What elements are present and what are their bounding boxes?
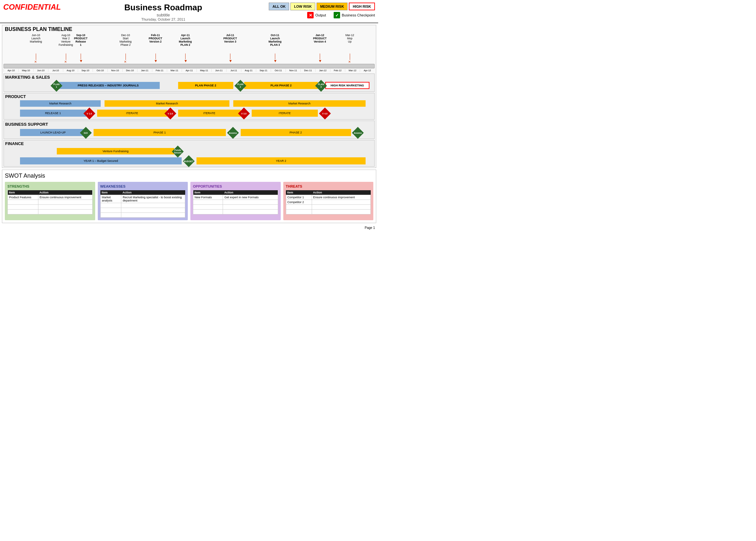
table-row xyxy=(286,210,371,215)
press-releases-bar: PRESS RELEASES – INDUSTRY JOURNALS xyxy=(57,82,160,89)
product-row2: RELEASE 1 V 1.0 ITERATE V 2.0 ITERATE V … xyxy=(5,109,373,118)
v40-diamond: V 4.0 xyxy=(319,108,331,120)
business-support-section: BUSINESS SUPPORT LAUNCH LEAD-UP GO PHASE… xyxy=(4,121,375,139)
table-row xyxy=(8,210,93,215)
timeline-section-title: BUSINESS PLAN TIMELINE xyxy=(2,25,376,34)
milestone-connectors: ✕ ✕ ▼ ✕ ▼ ▼ ▼ ▼ ▼ ✕ xyxy=(2,54,376,64)
milestone-sep10: Sep-10PRODUCTRelease1 xyxy=(69,34,92,46)
threats-card: THREATS Item Action Competitor 1Ensure c… xyxy=(283,182,374,220)
year2-bar: YEAR 2 xyxy=(197,157,366,165)
funds-secure-diamond: FundsSecure xyxy=(172,146,184,158)
threats-title: THREATS xyxy=(286,185,371,188)
table-row: Market analysisRecruit Marketing special… xyxy=(100,195,185,203)
subtitle: subtitle xyxy=(61,13,265,17)
finance-row2: YEAR 1 – Budget Secured BUDGET YEAR 2 xyxy=(5,156,373,165)
plan-phase2-yellow: PLAN PHASE 2 xyxy=(178,82,233,89)
table-row xyxy=(193,205,278,210)
swot-grid: STRENGTHS Item Action Product FeaturesEn… xyxy=(5,182,373,220)
confidential-label: CONFIDENTIAL xyxy=(3,3,61,12)
opportunities-card: OPPORTUNITIES Item Action New FormatsGet… xyxy=(190,182,281,220)
x-icon: ✕ xyxy=(307,12,314,18)
page-title: Business Roadmap xyxy=(61,3,265,13)
opportunities-title: OPPORTUNITIES xyxy=(193,185,278,188)
check-icon: ✓ xyxy=(334,12,340,18)
table-row xyxy=(100,203,185,208)
timeline-bar xyxy=(4,64,375,68)
phase2-bar: PHASE 2 xyxy=(241,129,351,136)
business-support-title: BUSINESS SUPPORT xyxy=(5,122,373,127)
strengths-card: STRENGTHS Item Action Product FeaturesEn… xyxy=(5,182,95,220)
threats-table: Item Action Competitor 1Ensure continuou… xyxy=(286,190,371,215)
phase1-bar: PHASE 1 xyxy=(94,129,226,136)
year1-bar: YEAR 1 – Budget Secured xyxy=(20,157,182,165)
table-row xyxy=(100,208,185,213)
date: Thursday, October 27, 2011 xyxy=(61,17,265,21)
product-section: PRODUCT Market Research Market Research … xyxy=(4,93,375,120)
milestone-dec10: Dec-10StartMarketingPhase 2 xyxy=(114,34,137,46)
table-row xyxy=(193,210,278,215)
swot-section: SWOT Analysis STRENGTHS Item Action Prod… xyxy=(2,170,376,223)
marketing-title: MARKETING & SALES xyxy=(5,75,373,80)
table-row xyxy=(193,200,278,205)
marketing-section: MARKETING & SALES PLAN1 PRESS RELEASES –… xyxy=(4,74,375,92)
iterate3-bar: ITERATE xyxy=(252,110,318,117)
output-label: Output xyxy=(315,13,326,17)
swot-title: SWOT Analysis xyxy=(5,173,373,179)
milestone-oct11: Oct-11LaunchMarketingPLAN 3 xyxy=(262,34,288,46)
budget-diamond: BUDGET xyxy=(183,155,195,167)
legend-buttons: ALL OK LOW RISK MEDIUM RISK HIGH RISK xyxy=(269,3,375,10)
iterate1-bar: ITERATE xyxy=(97,110,167,117)
market-research-blue: Market Research xyxy=(20,100,101,107)
page-footer: Page 1 xyxy=(0,225,378,231)
milestone-jul11: Jul-11PRODUCTVersion 3 xyxy=(219,34,241,43)
table-row xyxy=(8,200,93,205)
milestone-apr11: Apr-11LaunchMarketingPLAN 2 xyxy=(174,34,197,46)
milestone-jun10: Jun-10LaunchMarketing xyxy=(25,34,47,43)
output-legend: ✕ Output xyxy=(307,12,326,18)
weaknesses-title: WEAKNESSES xyxy=(100,185,186,188)
product-row1: Market Research Market Research Market R… xyxy=(5,100,373,108)
market-research-yellow1: Market Research xyxy=(105,100,230,107)
launch-leadup-bar: LAUNCH LEAD-UP xyxy=(20,129,86,136)
weaknesses-card: WEAKNESSES Item Action Market analysisRe… xyxy=(98,182,188,220)
market-research-yellow2: Market Research xyxy=(233,100,366,107)
table-row: Product FeaturesEnsure continuous improv… xyxy=(8,195,93,200)
table-row xyxy=(8,205,93,210)
checkpoint-label: Business Checkpoint xyxy=(342,13,375,17)
strengths-table: Item Action Product FeaturesEnsure conti… xyxy=(7,190,93,215)
business-support-row: LAUNCH LEAD-UP GO PHASE 1 Assess PHASE 2… xyxy=(5,127,373,138)
high-risk-marketing-bar: HIGH RISK MARKETING xyxy=(325,82,369,89)
weaknesses-table: Item Action Market analysisRecruit Marke… xyxy=(100,190,186,218)
milestone-labels: Jun-10LaunchMarketing Aug-10Year 2Ventur… xyxy=(2,34,376,53)
marketing-row: PLAN1 PRESS RELEASES – INDUSTRY JOURNALS… xyxy=(5,80,373,91)
milestone-mar12: Mar-12MopUp xyxy=(342,34,358,43)
finance-title: FINANCE xyxy=(5,141,373,146)
table-row: Competitor 2 xyxy=(286,200,371,205)
month-labels: Apr-10 May-10 Jun-10 Jul-10 Aug-10 Sep-1… xyxy=(2,68,376,73)
table-row: Competitor 1Ensure continuous improvemen… xyxy=(286,195,371,200)
opportunities-table: Item Action New FormatsGet expert in new… xyxy=(193,190,278,215)
checkpoint-legend: ✓ Business Checkpoint xyxy=(334,12,375,18)
strengths-title: STRENGTHS xyxy=(7,185,93,188)
allok-button[interactable]: ALL OK xyxy=(269,3,289,10)
title-center: Business Roadmap subtitle Thursday, Octo… xyxy=(61,3,265,21)
table-row xyxy=(100,213,185,218)
table-row: New FormatsGet expert in new Formats xyxy=(193,195,278,200)
highrisk-button[interactable]: HIGH RISK xyxy=(349,3,375,10)
milestone-jan12: Jan-12PRODUCTVersion 4 xyxy=(308,34,331,43)
lowrisk-button[interactable]: LOW RISK xyxy=(290,3,315,10)
venture-fundraising-bar: Venture Fundraising xyxy=(57,148,175,155)
header: CONFIDENTIAL Business Roadmap subtitle T… xyxy=(0,0,378,23)
mediumrisk-button[interactable]: MEDIUM RISK xyxy=(317,3,348,10)
legend-icons-row: ✕ Output ✓ Business Checkpoint xyxy=(307,12,375,18)
finance-section: FINANCE Venture Fundraising FundsSecure … xyxy=(4,140,375,167)
legend-area: ALL OK LOW RISK MEDIUM RISK HIGH RISK ✕ … xyxy=(265,3,375,18)
plan-phase2-yellow2: PLAN PHASE 2 xyxy=(244,82,318,89)
product-title: PRODUCT xyxy=(5,94,373,99)
finance-row1: Venture Fundraising FundsSecure xyxy=(5,147,373,156)
table-row xyxy=(286,205,371,210)
milestone-feb11: Feb-11PRODUCTVersion 2 xyxy=(144,34,167,43)
assess2-diamond: Assess xyxy=(352,127,364,139)
iterate2-bar: ITERATE xyxy=(178,110,241,117)
assess1-diamond: Assess xyxy=(227,127,239,139)
